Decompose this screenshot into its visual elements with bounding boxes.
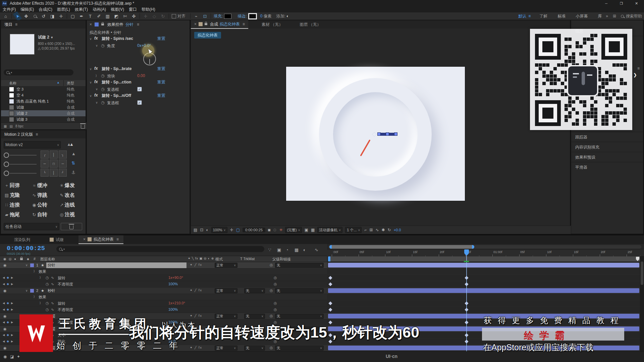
eye-icon[interactable]: ◉ xyxy=(3,346,7,350)
roto-brush-tool[interactable]: ✄ xyxy=(121,14,129,19)
viewer-tab[interactable]: 图层 （无） xyxy=(286,20,324,28)
column-hash[interactable]: # xyxy=(34,257,36,261)
timeline-tab-渲染队列[interactable]: 渲染队列 xyxy=(9,235,35,244)
layer-switches[interactable]: ✦ ╱ fx xyxy=(190,314,202,317)
parent-pickwhip-icon[interactable]: ◎ xyxy=(270,314,273,318)
column-name[interactable]: 名称 xyxy=(9,81,16,86)
motion-button-弹跳[interactable]: ∿弹跳 xyxy=(31,191,57,199)
keyframe-toggle-icon[interactable]: ◆ xyxy=(7,320,9,324)
eye-icon[interactable]: ◉ xyxy=(3,289,7,293)
stopwatch-icon[interactable]: ◷ xyxy=(101,100,104,105)
motion-button-公转[interactable]: ◉公转 xyxy=(31,201,57,209)
motion-button-自转[interactable]: ↻自转 xyxy=(31,210,57,219)
trkmat-dropdown[interactable]: 无∨ xyxy=(244,314,265,319)
keyframe-icon[interactable] xyxy=(328,301,332,305)
prev-keyframe-icon[interactable]: ◀ xyxy=(3,302,5,305)
tab-project[interactable]: 项目 xyxy=(4,22,12,27)
column-layer-name[interactable]: 图层名称 xyxy=(40,257,55,262)
motion-button-连线[interactable]: ↗连线 xyxy=(59,201,85,209)
menu-item-窗口[interactable]: 窗口 xyxy=(129,7,137,12)
reset-exposure-icon[interactable]: ↻ xyxy=(388,228,391,232)
property-value[interactable]: 1x+90.0° xyxy=(168,276,183,280)
exposure-value[interactable]: +0.0 xyxy=(394,228,401,232)
column-parent[interactable]: 父级和链接 xyxy=(272,257,291,262)
panel-tab-跟踪器[interactable]: 跟踪器 xyxy=(571,132,643,142)
add-shape-icon[interactable]: ◐ xyxy=(286,14,289,18)
menu-item-编辑(E)[interactable]: 编辑(E) xyxy=(20,7,34,12)
menu-item-图层(L)[interactable]: 图层(L) xyxy=(57,7,70,12)
search-help-icon[interactable] xyxy=(621,15,624,18)
viewer-menu-icon[interactable]: ≡ xyxy=(243,22,245,26)
anchor-grid-button[interactable]: ┌ xyxy=(41,150,49,159)
anchor-grid-button[interactable]: ┐ xyxy=(59,150,67,159)
zoom-tool[interactable] xyxy=(31,14,39,19)
anchor-grid-button[interactable]: ─ xyxy=(59,160,67,168)
project-row[interactable]: 试做 2合成 xyxy=(1,110,86,116)
blend-mode-dropdown[interactable]: 正常∨ xyxy=(215,346,237,351)
comp-name-caret-icon[interactable]: ▼ xyxy=(50,36,53,39)
search-help-label[interactable]: 搜索帮助 xyxy=(626,13,642,19)
tab-motion[interactable]: Motion 2 汉化版 xyxy=(4,132,33,137)
anchor-grid-button[interactable]: ─ xyxy=(41,160,49,168)
column-type[interactable]: 类型 xyxy=(67,81,74,86)
close-tab-icon[interactable]: × xyxy=(83,237,86,242)
graph-toggle-icon[interactable]: ∿ xyxy=(51,282,54,286)
comp-breadcrumb-button[interactable]: 拟态化钟表 xyxy=(194,32,221,39)
checkbox[interactable]: ✓ xyxy=(137,100,142,105)
parent-dropdown[interactable]: 无∨ xyxy=(275,314,324,319)
parent-pickwhip-icon[interactable]: ◎ xyxy=(270,288,273,293)
effect-header[interactable]: ∨fx旋转 - Sp...n/Off重置 xyxy=(87,93,190,100)
workspace-learn[interactable]: 了解 xyxy=(539,13,547,19)
column-trkmat[interactable]: T TrkMat xyxy=(240,257,255,261)
navigator-start-cap[interactable] xyxy=(329,245,332,249)
next-keyframe-icon[interactable]: ▶ xyxy=(11,340,13,343)
layer-expander-icon[interactable]: ∨ xyxy=(25,263,28,267)
trkmat-dropdown[interactable]: 无∨ xyxy=(244,288,265,293)
menu-item-效果(T)[interactable]: 效果(T) xyxy=(75,7,88,12)
checkbox[interactable]: ✓ xyxy=(137,87,142,92)
prev-keyframe-icon[interactable]: ◀ xyxy=(3,321,5,324)
swap-icon[interactable]: ⇅ xyxy=(71,161,75,166)
property-name[interactable]: 不透明度 xyxy=(58,307,73,312)
layer-expander-icon[interactable]: ∨ xyxy=(25,289,28,292)
fill-swatch[interactable] xyxy=(224,14,231,19)
slider-knob[interactable] xyxy=(4,171,9,176)
color-depth-label[interactable]: 8 bpc xyxy=(15,124,23,128)
motion-button-缓冲[interactable]: ≈缓冲 xyxy=(31,181,57,189)
property-value[interactable]: 0.00 xyxy=(137,73,145,78)
prop-expander-icon[interactable]: ⟩ xyxy=(40,301,41,305)
keyframe-icon[interactable] xyxy=(328,282,332,286)
panel-tab-平滑器[interactable]: 平滑器 xyxy=(571,162,643,172)
motion-slider-2[interactable] xyxy=(4,162,37,166)
parent-pickwhip-icon[interactable]: ◎ xyxy=(274,301,277,305)
property-name[interactable]: 旋转 xyxy=(58,301,65,306)
lock-icon[interactable] xyxy=(205,23,207,25)
project-search-input[interactable]: ▾ xyxy=(4,69,73,75)
project-row[interactable]: 试做合成 xyxy=(1,104,86,110)
next-keyframe-icon[interactable]: ▶ xyxy=(11,302,13,305)
clone-stamp-tool[interactable]: ▥ xyxy=(103,14,112,19)
shape-tool[interactable]: ▢ xyxy=(68,14,77,19)
menu-item-帮助(H)[interactable]: 帮助(H) xyxy=(142,7,155,12)
motion-button-改名[interactable]: ✎改名 xyxy=(59,191,85,199)
rotate-tool[interactable]: ↺ xyxy=(39,14,48,19)
effect-name[interactable]: 旋转 - Spins /sec xyxy=(102,36,133,42)
layer-duration-bar[interactable] xyxy=(328,288,639,293)
brush-tool[interactable]: ✐ xyxy=(95,14,103,19)
parent-pickwhip-icon[interactable]: ◎ xyxy=(274,282,277,286)
eye-icon[interactable]: ◉ xyxy=(3,263,7,267)
project-row[interactable]: 空 3纯色 xyxy=(1,86,86,92)
prev-keyframe-icon[interactable]: ◀ xyxy=(3,308,5,311)
work-area-end-marker[interactable] xyxy=(636,257,639,261)
menu-item-视图(V)[interactable]: 视图(V) xyxy=(111,7,124,12)
choose-grid-icon[interactable]: ✛ xyxy=(230,228,233,232)
hand-tool[interactable]: ✥ xyxy=(22,14,31,19)
effect-name[interactable]: 旋转 - Sp...brate xyxy=(102,66,131,72)
mask-visibility-icon[interactable]: ◐ xyxy=(206,228,208,232)
home-tool[interactable]: ⌂ xyxy=(1,14,10,19)
workspace-小屏幕[interactable]: 小屏幕 xyxy=(576,13,588,19)
panel-tab-效果和预设[interactable]: 效果和预设 xyxy=(571,152,643,162)
camera-view-dropdown[interactable]: 活动摄像机∨ xyxy=(317,227,342,233)
mask-feather-icon[interactable]: ⌁ xyxy=(192,14,201,19)
eye-icon[interactable]: ◉ xyxy=(3,314,7,318)
